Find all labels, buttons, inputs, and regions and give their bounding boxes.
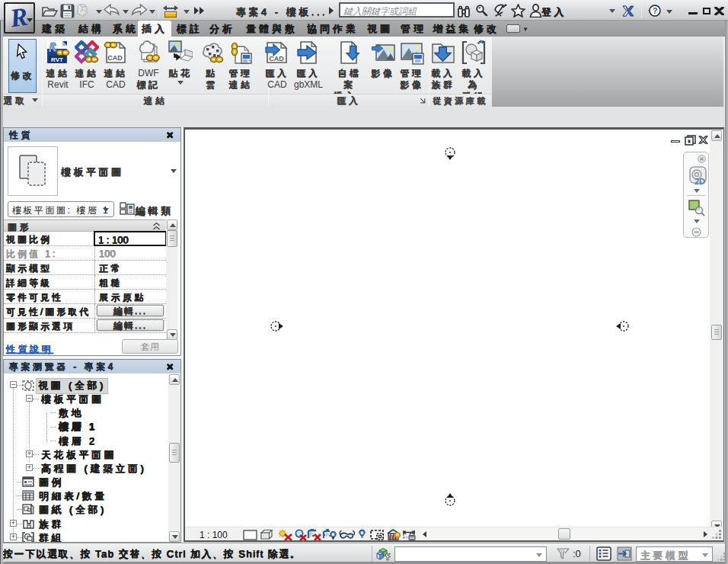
svg-text:RVT: RVT bbox=[51, 56, 63, 63]
svg-text:CAD: CAD bbox=[107, 54, 123, 62]
svg-text:?: ? bbox=[653, 6, 658, 15]
svg-text:CAD: CAD bbox=[269, 55, 284, 62]
